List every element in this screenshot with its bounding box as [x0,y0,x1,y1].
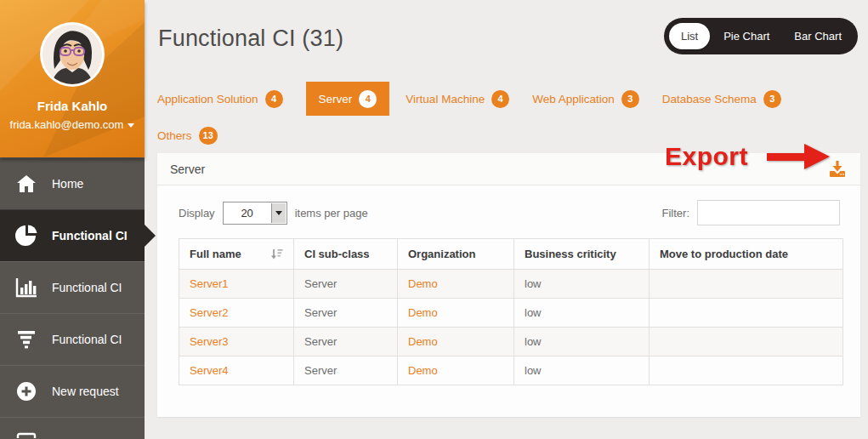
sort-descending-icon [270,248,283,260]
toggle-option-list[interactable]: List [669,23,710,49]
tab-server[interactable]: Server 4 [306,82,390,116]
panel-header: Server [157,153,860,185]
sidebar: Frida Kahlo frida.kahlo@demo.com Home Fu… [0,0,145,439]
tab-row-1: Application Solution 4 Server 4 Virtual … [157,82,859,116]
panel-title: Server [170,162,205,176]
profile-header: Frida Kahlo frida.kahlo@demo.com [0,0,145,157]
table-row: Server1 Server Demo low [179,270,843,299]
full-name-link[interactable]: Server2 [190,306,229,319]
full-name-link[interactable]: Server3 [190,335,229,348]
download-icon [829,160,846,178]
sidebar-item-functional-ci-pie[interactable]: Functional CI [0,209,145,261]
tab-label: Web Application [532,93,615,105]
column-header-business-criticity[interactable]: Business criticity [514,239,650,270]
organization-link[interactable]: Demo [408,364,438,377]
server-panel: Server Display 20 items per page [157,153,860,417]
tab-label: Server [319,93,353,105]
subclass-cell: Server [294,299,398,328]
filter-label: Filter: [662,207,690,220]
subclass-cell: Server [294,328,398,356]
view-toggle: List Pie Chart Bar Chart [664,18,858,54]
toggle-option-pie-chart[interactable]: Pie Chart [712,23,780,49]
items-per-page-value: 20 [224,202,271,224]
filter-input[interactable] [697,200,840,225]
avatar [40,22,105,87]
criticity-cell: low [514,356,650,385]
items-per-page-suffix: items per page [295,207,368,220]
table-row: Server3 Server Demo low [179,328,843,356]
sidebar-item-label: Functional CI [52,281,122,294]
tab-application-solution[interactable]: Application Solution 4 [157,82,283,116]
tab-virtual-machine[interactable]: Virtual Machine 4 [406,82,509,116]
full-name-link[interactable]: Server1 [190,277,229,290]
items-per-page-select[interactable]: 20 [223,202,287,225]
move-date-cell [650,356,843,385]
tab-label: Others [157,129,192,142]
sidebar-item-new-request[interactable]: New request [0,365,145,417]
tab-label: Application Solution [157,93,258,105]
column-header-full-name[interactable]: Full name [179,239,294,270]
bar-chart-icon [15,277,37,299]
move-date-cell [650,328,843,356]
sidebar-item-label: Functional CI [52,229,128,242]
sidebar-item-label: New request [52,385,119,398]
column-label: Full name [190,248,241,260]
filter-group: Filter: [662,200,841,225]
sidebar-item-functional-ci-bar[interactable]: Functional CI [0,261,145,313]
organization-link[interactable]: Demo [408,306,438,319]
toggle-option-bar-chart[interactable]: Bar Chart [783,23,853,49]
tab-others[interactable]: Others 13 [157,118,218,152]
move-date-cell [650,299,843,328]
move-date-cell [650,270,843,299]
table-row: Server4 Server Demo low [179,356,843,385]
home-icon [15,173,37,195]
funnel-icon [15,328,37,351]
server-table: Full name CI sub-class [179,238,843,385]
page-title: Functional CI (31) [158,26,343,52]
caret-down-icon [128,123,134,128]
main-content: Functional CI (31) List Pie Chart Bar Ch… [145,0,868,439]
criticity-cell: low [514,299,650,328]
column-header-ci-sub-class[interactable]: CI sub-class [294,239,398,270]
profile-menu-trigger[interactable]: frida.kahlo@demo.com [0,118,145,131]
catalog-icon [15,430,37,438]
organization-link[interactable]: Demo [408,277,438,290]
panel-body: Display 20 items per page Filter: [157,185,860,385]
tab-count-badge: 4 [491,90,509,108]
full-name-link[interactable]: Server4 [190,364,229,377]
profile-email: frida.kahlo@demo.com [10,118,124,131]
pager-controls: Display 20 items per page Filter: [179,200,840,225]
export-button[interactable] [829,160,846,178]
sidebar-item-label: Home [52,177,83,191]
sidebar-item-label: Functional CI [52,333,122,346]
tab-count-badge: 13 [199,127,218,145]
subclass-cell: Server [294,270,398,299]
organization-link[interactable]: Demo [408,335,438,348]
sidebar-item-home[interactable]: Home [0,157,145,209]
sidebar-item-functional-ci-funnel[interactable]: Functional CI [0,313,145,365]
tab-bar: Application Solution 4 Server 4 Virtual … [157,82,859,152]
tab-count-badge: 3 [763,90,781,108]
column-header-move-to-production-date[interactable]: Move to production date [650,239,843,270]
select-arrow-icon[interactable] [271,203,286,223]
subclass-cell: Server [294,356,398,385]
pie-chart-icon [15,225,37,247]
tab-row-2: Others 13 [157,118,859,152]
display-label: Display [179,207,215,220]
tab-database-schema[interactable]: Database Schema 3 [662,82,781,116]
tab-count-badge: 4 [359,90,377,108]
tab-count-badge: 4 [265,90,283,108]
tab-label: Database Schema [662,93,757,105]
table-header-row: Full name CI sub-class [179,239,843,270]
tab-label: Virtual Machine [406,93,485,105]
profile-name: Frida Kahlo [0,99,145,113]
tab-web-application[interactable]: Web Application 3 [532,82,639,116]
criticity-cell: low [514,270,650,299]
criticity-cell: low [514,328,650,356]
column-header-organization[interactable]: Organization [398,239,514,270]
table-row: Server2 Server Demo low [179,299,843,328]
plus-circle-icon [15,380,37,402]
sidebar-item-partial[interactable] [0,417,145,438]
tab-count-badge: 3 [621,90,639,108]
